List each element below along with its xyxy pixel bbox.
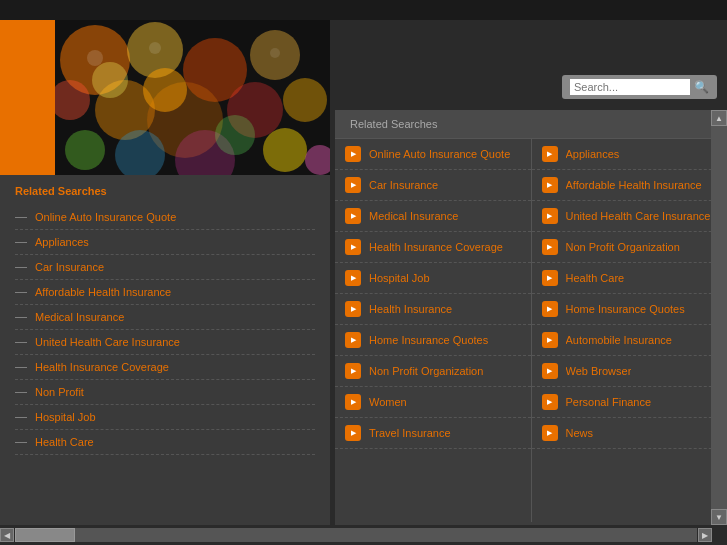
orange-arrow-icon: [345, 208, 361, 224]
right-right-item: Appliances: [532, 139, 728, 170]
scrollbar-track: [15, 528, 697, 542]
right-left-link-9[interactable]: Travel Insurance: [369, 427, 451, 439]
orange-arrow-icon: [542, 301, 558, 317]
svg-point-9: [65, 130, 105, 170]
scroll-left-button[interactable]: ◀: [0, 528, 14, 542]
orange-arrow-icon: [542, 146, 558, 162]
top-bar: [0, 0, 727, 20]
right-right-list: AppliancesAffordable Health InsuranceUni…: [532, 139, 728, 449]
svg-point-8: [283, 78, 327, 122]
right-right-link-2[interactable]: United Health Care Insurance: [566, 210, 711, 222]
left-link-2[interactable]: Car Insurance: [35, 261, 104, 273]
left-link-1[interactable]: Appliances: [35, 236, 89, 248]
orange-arrow-icon: [542, 239, 558, 255]
right-left-link-6[interactable]: Home Insurance Quotes: [369, 334, 488, 346]
left-list-item: —Hospital Job: [15, 405, 315, 430]
arrow-icon: —: [15, 335, 27, 349]
left-link-9[interactable]: Health Care: [35, 436, 94, 448]
right-left-item: Health Insurance: [335, 294, 531, 325]
orange-arrow-icon: [345, 239, 361, 255]
left-list-item: —Car Insurance: [15, 255, 315, 280]
right-right-item: Automobile Insurance: [532, 325, 728, 356]
arrow-icon: —: [15, 410, 27, 424]
right-right-link-4[interactable]: Health Care: [566, 272, 625, 284]
orange-arrow-icon: [345, 177, 361, 193]
scrollbar-thumb[interactable]: [15, 528, 75, 542]
right-col-right: AppliancesAffordable Health InsuranceUni…: [532, 139, 728, 522]
left-link-6[interactable]: Health Insurance Coverage: [35, 361, 169, 373]
right-left-link-1[interactable]: Car Insurance: [369, 179, 438, 191]
arrow-icon: —: [15, 360, 27, 374]
right-left-link-7[interactable]: Non Profit Organization: [369, 365, 483, 377]
left-link-3[interactable]: Affordable Health Insurance: [35, 286, 171, 298]
orange-accent-bar: [0, 20, 55, 175]
svg-point-12: [263, 128, 307, 172]
arrow-icon: —: [15, 435, 27, 449]
orange-arrow-icon: [542, 332, 558, 348]
right-right-item: United Health Care Insurance: [532, 201, 728, 232]
right-panel-title: Related Searches: [335, 110, 727, 139]
right-left-link-5[interactable]: Health Insurance: [369, 303, 452, 315]
right-left-item: Women: [335, 387, 531, 418]
left-list-item: —Online Auto Insurance Quote: [15, 205, 315, 230]
right-right-link-3[interactable]: Non Profit Organization: [566, 241, 680, 253]
search-area: 🔍: [562, 75, 717, 99]
left-panel: Related Searches —Online Auto Insurance …: [0, 175, 330, 525]
right-left-link-8[interactable]: Women: [369, 396, 407, 408]
left-link-4[interactable]: Medical Insurance: [35, 311, 124, 323]
right-right-link-5[interactable]: Home Insurance Quotes: [566, 303, 685, 315]
right-left-link-0[interactable]: Online Auto Insurance Quote: [369, 148, 510, 160]
right-left-link-2[interactable]: Medical Insurance: [369, 210, 458, 222]
right-left-item: Health Insurance Coverage: [335, 232, 531, 263]
right-right-item: Affordable Health Insurance: [532, 170, 728, 201]
left-search-list: —Online Auto Insurance Quote—Appliances—…: [15, 205, 315, 455]
orange-arrow-icon: [345, 332, 361, 348]
scroll-up-button[interactable]: ▲: [711, 110, 727, 126]
right-right-item: Personal Finance: [532, 387, 728, 418]
svg-point-16: [143, 68, 187, 112]
left-link-7[interactable]: Non Profit: [35, 386, 84, 398]
right-right-link-9[interactable]: News: [566, 427, 594, 439]
left-list-item: —Health Care: [15, 430, 315, 455]
right-right-link-1[interactable]: Affordable Health Insurance: [566, 179, 702, 191]
left-list-item: —Appliances: [15, 230, 315, 255]
arrow-icon: —: [15, 285, 27, 299]
svg-point-14: [215, 115, 255, 155]
hero-image: [55, 20, 330, 175]
right-right-link-8[interactable]: Personal Finance: [566, 396, 652, 408]
right-left-item: Online Auto Insurance Quote: [335, 139, 531, 170]
right-left-item: Travel Insurance: [335, 418, 531, 449]
right-right-link-0[interactable]: Appliances: [566, 148, 620, 160]
left-list-item: —Affordable Health Insurance: [15, 280, 315, 305]
left-panel-title: Related Searches: [15, 185, 315, 197]
svg-point-20: [270, 48, 280, 58]
orange-arrow-icon: [345, 394, 361, 410]
orange-arrow-icon: [542, 270, 558, 286]
right-scrollbar: ▲ ▼: [711, 110, 727, 525]
search-icon[interactable]: 🔍: [694, 80, 709, 94]
arrow-icon: —: [15, 385, 27, 399]
right-left-item: Medical Insurance: [335, 201, 531, 232]
svg-point-19: [149, 42, 161, 54]
right-left-link-3[interactable]: Health Insurance Coverage: [369, 241, 503, 253]
right-right-item: Health Care: [532, 263, 728, 294]
arrow-icon: —: [15, 235, 27, 249]
right-left-item: Hospital Job: [335, 263, 531, 294]
orange-arrow-icon: [542, 208, 558, 224]
scroll-right-button[interactable]: ▶: [698, 528, 712, 542]
left-link-5[interactable]: United Health Care Insurance: [35, 336, 180, 348]
svg-point-18: [87, 50, 103, 66]
left-link-8[interactable]: Hospital Job: [35, 411, 96, 423]
scroll-down-button[interactable]: ▼: [711, 509, 727, 525]
left-link-0[interactable]: Online Auto Insurance Quote: [35, 211, 176, 223]
right-left-link-4[interactable]: Hospital Job: [369, 272, 430, 284]
right-right-link-7[interactable]: Web Browser: [566, 365, 632, 377]
orange-arrow-icon: [542, 177, 558, 193]
right-right-link-6[interactable]: Automobile Insurance: [566, 334, 672, 346]
orange-arrow-icon: [345, 425, 361, 441]
arrow-icon: —: [15, 210, 27, 224]
right-panel-content: Online Auto Insurance QuoteCar Insurance…: [335, 139, 727, 522]
arrow-icon: —: [15, 260, 27, 274]
orange-arrow-icon: [345, 270, 361, 286]
search-input[interactable]: [570, 79, 690, 95]
